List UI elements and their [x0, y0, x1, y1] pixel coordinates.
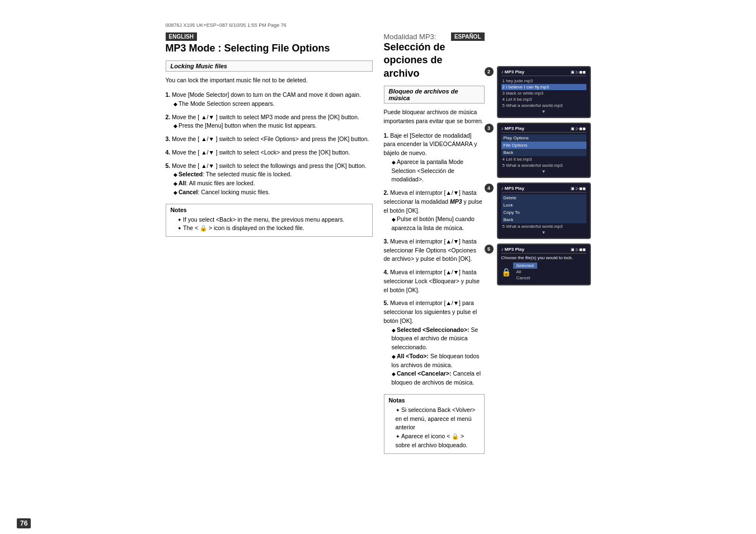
lock-icon: 🔒: [501, 268, 511, 277]
english-section: ENGLISH MP3 Mode : Selecting File Option…: [166, 32, 373, 454]
steps-list-en: 1. Move [Mode Selector] down to turn on …: [166, 91, 373, 197]
lang-badge-es: ESPAÑOL: [451, 32, 485, 41]
modalidad-label: Modalidad MP3:: [384, 32, 451, 41]
spanish-section: Modalidad MP3: Selección de opciones de …: [384, 32, 591, 454]
notes-list-es: Si selecciona Back <Volver> en el menú, …: [389, 406, 480, 450]
step-4-en: 4. Move the [ ▲/▼ ] switch to select <Lo…: [166, 148, 373, 157]
section-title-es: Selección de opciones de archivo: [384, 41, 451, 80]
page-number: 76: [17, 518, 31, 528]
section-title-en: MP3 Mode : Selecting File Options: [166, 42, 330, 55]
option-cancel: Cancel: [513, 275, 537, 281]
device-screen-2: ♪ MP3 Play ▣ ▷ ◼◼ 1 hey jude.mp3 2 I bel…: [497, 66, 591, 118]
section-heading-es: Bloqueo de archivos de música: [384, 86, 485, 104]
step-4-es: 4. Mueva el interruptor [▲/▼] hasta sele…: [384, 268, 485, 294]
notes-title-es: Notas: [389, 397, 480, 404]
device-screen-3: ♪ MP3 Play ▣ ▷ ◼◼ Play Options File Opti…: [497, 123, 591, 178]
diagrams-column: 2 ♪ MP3 Play ▣ ▷ ◼◼ 1 hey jude.mp3 2 I b…: [490, 32, 591, 454]
spanish-text: Modalidad MP3: Selección de opciones de …: [384, 32, 485, 454]
diagram-step-4: 4 ♪ MP3 Play ▣ ▷ ◼◼ Delete Lock Copy To …: [490, 182, 591, 239]
intro-text-es: Puede bloquear archivos de música import…: [384, 108, 485, 126]
doc-ref: 00876J X105 UK+ESP~087 6/10/05 1:55 PM P…: [166, 22, 591, 28]
step-3-en: 3. Move the [ ▲/▼ ] switch to select <Fi…: [166, 135, 373, 144]
lang-badge-en: ENGLISH: [166, 32, 197, 41]
step-1-en: 1. Move [Mode Selector] down to turn on …: [166, 91, 373, 109]
step-3-es: 3. Mueva el interruptor [▲/▼] hasta sele…: [384, 237, 485, 264]
notes-title-en: Notes: [171, 207, 368, 213]
step-1-es: 1. Baje el [Selector de modalidad] para …: [384, 132, 485, 185]
choose-text: Choose the file(s) you would to lock.: [501, 255, 586, 261]
intro-text-en: You can lock the important music file no…: [166, 76, 373, 85]
diagram-step-3: 3 ♪ MP3 Play ▣ ▷ ◼◼ Play Options File Op…: [490, 123, 591, 178]
device-screen-4: ♪ MP3 Play ▣ ▷ ◼◼ Delete Lock Copy To Ba…: [497, 182, 591, 239]
notes-box-es: Notas Si selecciona Back <Volver> en el …: [384, 394, 485, 454]
device-screen-5: ♪ MP3 Play ▣ ▷ ◼◼ Choose the file(s) you…: [497, 243, 591, 285]
section-heading-en: Locking Music files: [166, 60, 373, 72]
step-5-es: 5. Mueva el interruptor [▲/▼] para selec…: [384, 299, 485, 387]
diagram-step-2: 2 ♪ MP3 Play ▣ ▷ ◼◼ 1 hey jude.mp3 2 I b…: [490, 66, 591, 118]
step-5-en: 5. Move the [ ▲/▼ ] switch to select the…: [166, 162, 373, 197]
option-all: All: [513, 269, 537, 275]
notes-box-en: Notes If you select <Back> in the menu, …: [166, 204, 373, 237]
option-selected: Selected: [513, 263, 537, 269]
notes-list-en: If you select <Back> in the menu, the pr…: [171, 216, 368, 233]
diagram-step-5: 5 ♪ MP3 Play ▣ ▷ ◼◼ Choose the file(s) y…: [490, 243, 591, 285]
steps-list-es: 1. Baje el [Selector de modalidad] para …: [384, 132, 485, 387]
step-2-es: 2. Mueva el interruptor [▲/▼] hasta sele…: [384, 189, 485, 233]
step-2-en: 2. Move the [ ▲/▼ ] switch to select MP3…: [166, 113, 373, 131]
